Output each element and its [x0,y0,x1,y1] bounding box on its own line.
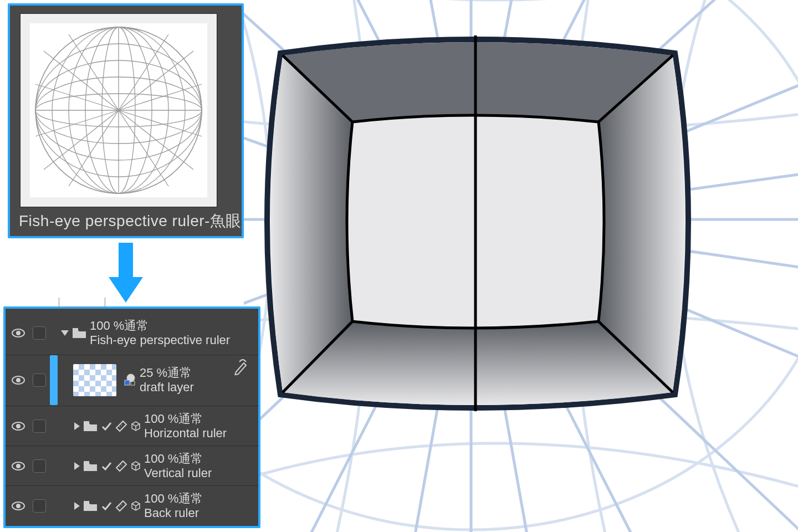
layer-opacity-label: 100 %通常 [144,452,256,466]
svg-line-71 [119,505,120,507]
ruler-icon [115,420,127,432]
layer-name: draft layer [140,380,256,395]
svg-line-67 [120,464,122,466]
svg-line-38 [44,110,119,170]
check-icon [101,421,112,432]
svg-rect-60 [84,421,89,424]
svg-line-61 [119,426,120,427]
layer-row-hruler[interactable]: 100 %通常 Horizontal ruler [8,406,256,446]
cube-icon [131,461,141,471]
layer-row-draft[interactable]: 25 %通常 draft layer [8,355,256,405]
layer-opacity-label: 100 %通常 [144,412,256,426]
layers-tab[interactable] [59,298,105,308]
svg-rect-48 [119,243,133,278]
lock-checkbox[interactable] [33,499,46,513]
material-panel[interactable]: Fish-eye perspective ruler-魚眼 [8,3,244,238]
caret-down-icon[interactable] [61,330,69,336]
check-icon [101,500,112,511]
layer-type-icon [123,374,136,387]
svg-point-59 [16,424,21,428]
lock-checkbox[interactable] [33,326,46,340]
svg-line-47 [119,110,202,136]
svg-point-64 [16,464,21,468]
svg-line-43 [119,110,168,186]
ruler-icon [115,500,127,512]
svg-line-37 [119,51,193,110]
svg-line-40 [69,34,119,110]
svg-line-39 [119,110,193,170]
folder-icon [83,421,98,432]
layers-panel[interactable]: 100 %通常 Fish-eye perspective ruler 25 %通… [3,306,260,528]
ruler-icon [115,460,127,472]
layer-row-vruler[interactable]: 100 %通常 Vertical ruler [8,446,256,486]
caret-right-icon[interactable] [74,462,80,470]
visibility-icon[interactable] [12,502,25,510]
svg-line-36 [44,51,119,110]
material-thumbnail[interactable] [20,13,217,207]
caret-right-icon[interactable] [74,502,80,510]
svg-line-72 [120,504,122,505]
visibility-icon[interactable] [12,376,25,385]
folder-icon [83,461,98,472]
lock-checkbox[interactable] [33,374,46,387]
svg-rect-70 [84,501,89,504]
canvas[interactable] [244,0,798,532]
layer-thumbnail[interactable] [73,364,116,396]
visibility-icon[interactable] [12,422,25,431]
svg-rect-65 [84,461,89,464]
svg-line-62 [120,424,122,426]
svg-line-44 [35,84,119,110]
svg-point-54 [16,378,21,382]
svg-line-41 [119,34,168,110]
svg-line-46 [35,110,119,136]
layer-name: Vertical ruler [144,466,256,480]
svg-rect-52 [73,328,78,331]
layer-opacity-label: 100 %通常 [144,492,256,506]
active-pen-icon [233,359,249,375]
svg-rect-56 [125,380,130,385]
arrow-down-icon [106,243,145,305]
check-icon [101,461,112,472]
room-drawing [267,35,688,411]
cube-icon [131,421,141,431]
folder-icon [83,500,98,511]
svg-line-66 [119,466,120,467]
cube-icon [131,501,141,511]
svg-point-51 [16,331,21,335]
folder-icon [72,328,86,339]
material-label: Fish-eye perspective ruler-魚眼 [19,211,242,232]
layer-name: Fish-eye perspective ruler [90,333,256,347]
lock-checkbox[interactable] [33,459,46,473]
visibility-icon[interactable] [12,329,25,337]
svg-line-42 [69,110,119,186]
layer-opacity-label: 100 %通常 [90,319,256,333]
layer-row-fisheye-folder[interactable]: 100 %通常 Fish-eye perspective ruler [8,311,256,355]
lock-checkbox[interactable] [33,420,46,433]
svg-marker-49 [109,277,143,303]
selection-indicator [50,355,58,405]
layer-row-bruler[interactable]: 100 %通常 Back ruler [8,486,256,526]
visibility-icon[interactable] [12,462,25,470]
layer-name: Back ruler [144,506,256,520]
caret-right-icon[interactable] [74,422,80,430]
svg-point-69 [16,504,21,508]
svg-line-45 [119,84,202,110]
layer-name: Horizontal ruler [144,426,256,441]
